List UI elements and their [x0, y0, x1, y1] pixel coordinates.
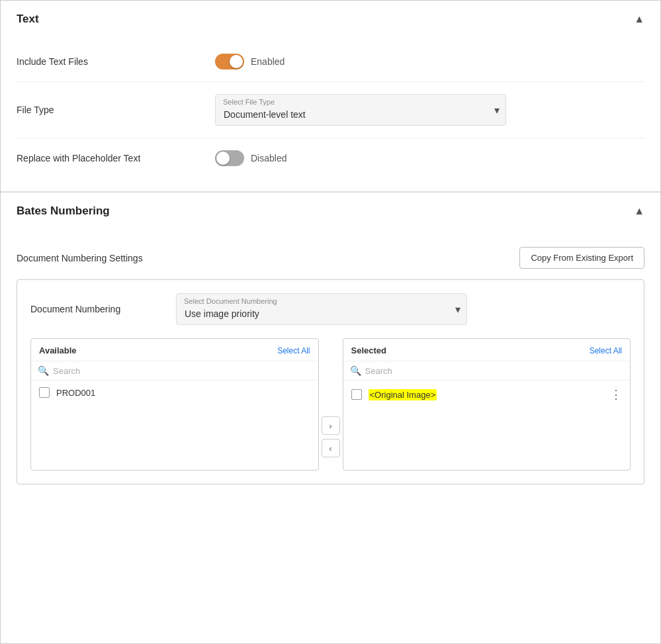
original-image-highlight: <Original Image> — [369, 389, 437, 400]
doc-numbering-row: Document Numbering Select Document Numbe… — [30, 293, 631, 325]
text-section-header: Text ▲ — [1, 1, 660, 35]
doc-numbering-dropdown-wrapper: Select Document Numbering Use image prio… — [176, 293, 467, 325]
selected-panel-title: Selected — [351, 345, 386, 355]
text-section-chevron[interactable]: ▲ — [634, 13, 644, 25]
toggle-thumb-disabled — [216, 152, 230, 165]
available-panel-header: Available Select All — [31, 339, 318, 361]
selected-item-original-image: <Original Image> ⋮ — [343, 381, 631, 408]
transfer-left-button[interactable]: ‹ — [322, 439, 340, 457]
bates-top-row: Document Numbering Settings Copy From Ex… — [17, 234, 644, 279]
file-type-label: File Type — [17, 105, 215, 115]
text-section-title: Text — [17, 13, 39, 26]
replace-placeholder-row: Replace with Placeholder Text Disabled — [17, 138, 644, 178]
available-panel-title: Available — [39, 345, 77, 355]
replace-placeholder-status: Disabled — [251, 153, 286, 163]
text-section: Text ▲ Include Text Files Enabled File T… — [1, 1, 660, 193]
include-text-files-toggle[interactable] — [215, 54, 244, 69]
bates-section-chevron[interactable]: ▲ — [634, 205, 644, 217]
doc-numbering-label: Document Numbering — [30, 304, 176, 314]
bates-section: Bates Numbering ▲ Document Numbering Set… — [1, 193, 660, 498]
selected-select-all[interactable]: Select All — [590, 346, 622, 355]
transfer-list: Available Select All 🔍 PROD001 — [30, 338, 631, 471]
available-item-prod001: PROD001 — [31, 381, 318, 404]
file-type-dropdown-wrapper: Select File Type Document-level text Pag… — [215, 94, 506, 126]
available-item-label-prod001: PROD001 — [56, 388, 95, 398]
transfer-arrows: › ‹ — [319, 416, 343, 457]
available-select-all[interactable]: Select All — [277, 346, 310, 355]
selected-search-input[interactable] — [365, 366, 624, 376]
include-text-files-status: Enabled — [251, 56, 285, 67]
include-text-files-control: Enabled — [215, 54, 644, 69]
bates-section-title: Bates Numbering — [17, 205, 110, 218]
include-text-files-row: Include Text Files Enabled — [17, 42, 644, 82]
transfer-right-button[interactable]: › — [322, 416, 340, 435]
file-type-row: File Type Select File Type Document-leve… — [17, 82, 644, 138]
available-search-bar: 🔍 — [31, 361, 318, 381]
selected-item-checkbox-original[interactable] — [351, 389, 362, 400]
replace-placeholder-label: Replace with Placeholder Text — [17, 153, 215, 163]
selected-item-label-original: <Original Image> — [369, 390, 437, 400]
toggle-thumb-enabled — [230, 55, 243, 68]
file-type-control: Select File Type Document-level text Pag… — [215, 94, 644, 126]
available-item-checkbox-prod001[interactable] — [39, 387, 50, 398]
bates-section-header: Bates Numbering ▲ — [1, 193, 660, 227]
include-text-files-label: Include Text Files — [17, 56, 215, 67]
available-panel: Available Select All 🔍 PROD001 — [30, 338, 319, 471]
selected-search-bar: 🔍 — [343, 361, 631, 381]
doc-numbering-settings-label: Document Numbering Settings — [17, 253, 143, 263]
available-search-input[interactable] — [53, 366, 312, 376]
selected-panel: Selected Select All 🔍 <Original Image> — [343, 338, 631, 471]
replace-placeholder-toggle[interactable] — [215, 150, 244, 166]
available-search-icon: 🔍 — [38, 365, 49, 376]
main-container: Text ▲ Include Text Files Enabled File T… — [0, 0, 661, 644]
doc-numbering-dropdown-placeholder: Select Document Numbering — [184, 297, 277, 305]
selected-search-icon: 🔍 — [350, 365, 361, 376]
inner-card: Document Numbering Select Document Numbe… — [17, 279, 644, 484]
selected-item-more-icon[interactable]: ⋮ — [610, 387, 622, 402]
bates-body: Document Numbering Settings Copy From Ex… — [1, 227, 660, 498]
file-type-dropdown-label: Select File Type — [223, 98, 275, 106]
text-section-body: Include Text Files Enabled File Type Sel… — [1, 35, 660, 191]
copy-from-existing-export-button[interactable]: Copy From Existing Export — [519, 247, 644, 269]
replace-placeholder-control: Disabled — [215, 150, 644, 166]
selected-panel-header: Selected Select All — [343, 339, 631, 361]
